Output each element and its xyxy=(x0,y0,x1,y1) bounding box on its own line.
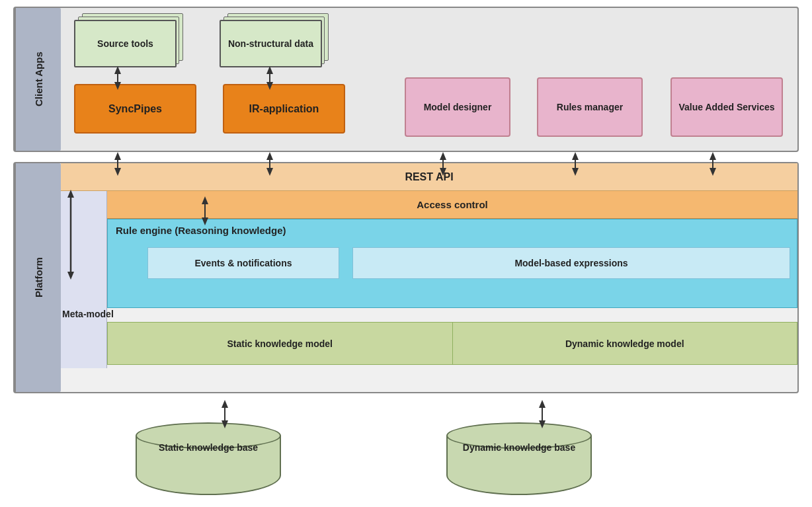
non-structural-box: Non-structural data xyxy=(220,20,322,67)
static-knowledge-model: Static knowledge model xyxy=(108,323,453,364)
svg-marker-10 xyxy=(266,152,273,160)
ir-application-box: IR-application xyxy=(223,84,345,134)
model-expressions-box: Model-based expressions xyxy=(352,247,790,279)
dynamic-kb-label: Dynamic knowledge base xyxy=(446,442,592,453)
rule-engine-block: Rule engine (Reasoning knowledge) Events… xyxy=(107,219,797,308)
dynamic-knowledge-model: Dynamic knowledge model xyxy=(453,323,797,364)
platform-label: Platform xyxy=(15,163,61,392)
meta-model-label: Meta-model xyxy=(62,309,114,319)
svg-marker-13 xyxy=(440,152,446,160)
non-structural-papers: Non-structural data xyxy=(220,13,329,69)
svg-marker-28 xyxy=(222,400,228,408)
static-kb-label: Static knowledge base xyxy=(136,442,281,453)
source-tools-papers: Source tools xyxy=(74,13,183,69)
svg-marker-16 xyxy=(572,152,579,160)
events-notifications-box: Events & notifications xyxy=(147,247,339,279)
svg-marker-19 xyxy=(710,152,716,160)
syncpipes-box: SyncPipes xyxy=(74,84,196,134)
non-structural-stack: Non-structural data xyxy=(220,13,342,73)
knowledge-model-row: Static knowledge model Dynamic knowledge… xyxy=(107,322,797,365)
svg-marker-31 xyxy=(539,400,546,408)
rule-engine-title: Rule engine (Reasoning knowledge) xyxy=(108,219,797,241)
source-tools-box: Source tools xyxy=(74,20,177,67)
client-apps-label: Client Apps xyxy=(15,8,61,151)
platform-section: Platform REST API Access control Rule en… xyxy=(13,162,799,393)
model-designer-box: Model designer xyxy=(405,77,510,137)
rest-api-bar: REST API xyxy=(61,163,797,191)
value-added-services-box: Value Added Services xyxy=(670,77,783,137)
static-kb-section: Static knowledge base xyxy=(126,422,291,495)
dynamic-kb-cylinder: Dynamic knowledge base xyxy=(446,422,592,495)
diagram-container: Client Apps Source tools Non-structural … xyxy=(0,0,812,507)
dynamic-kb-section: Dynamic knowledge base xyxy=(436,422,602,495)
rules-manager-box: Rules manager xyxy=(537,77,643,137)
client-apps-section: Client Apps Source tools Non-structural … xyxy=(13,7,799,152)
source-tools-stack: Source tools xyxy=(74,13,193,73)
platform-left-bar xyxy=(61,163,107,368)
access-control-bar: Access control xyxy=(107,191,797,219)
static-kb-cylinder: Static knowledge base xyxy=(136,422,281,495)
svg-marker-7 xyxy=(114,152,121,160)
